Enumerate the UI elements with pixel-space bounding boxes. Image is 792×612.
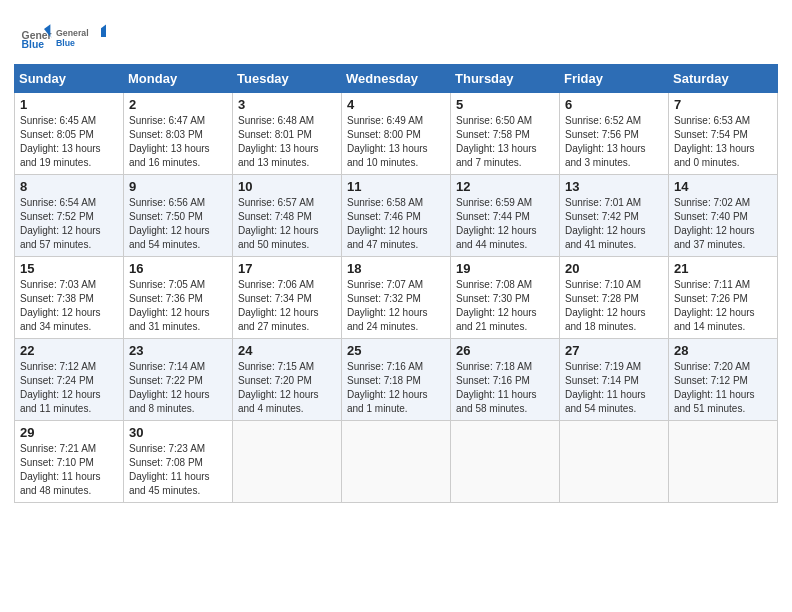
calendar-week-row: 1Sunrise: 6:45 AMSunset: 8:05 PMDaylight… — [15, 93, 778, 175]
day-number: 11 — [347, 179, 445, 194]
calendar-day-cell — [669, 421, 778, 503]
day-detail: Sunrise: 6:59 AMSunset: 7:44 PMDaylight:… — [456, 196, 554, 252]
day-detail: Sunrise: 7:02 AMSunset: 7:40 PMDaylight:… — [674, 196, 772, 252]
day-number: 10 — [238, 179, 336, 194]
day-number: 15 — [20, 261, 118, 276]
calendar-day-cell: 2Sunrise: 6:47 AMSunset: 8:03 PMDaylight… — [124, 93, 233, 175]
calendar-week-row: 22Sunrise: 7:12 AMSunset: 7:24 PMDayligh… — [15, 339, 778, 421]
day-detail: Sunrise: 6:54 AMSunset: 7:52 PMDaylight:… — [20, 196, 118, 252]
calendar-day-cell — [342, 421, 451, 503]
calendar-day-cell: 28Sunrise: 7:20 AMSunset: 7:12 PMDayligh… — [669, 339, 778, 421]
day-detail: Sunrise: 7:21 AMSunset: 7:10 PMDaylight:… — [20, 442, 118, 498]
day-detail: Sunrise: 6:52 AMSunset: 7:56 PMDaylight:… — [565, 114, 663, 170]
weekday-header: Thursday — [451, 65, 560, 93]
day-detail: Sunrise: 6:47 AMSunset: 8:03 PMDaylight:… — [129, 114, 227, 170]
calendar-day-cell: 4Sunrise: 6:49 AMSunset: 8:00 PMDaylight… — [342, 93, 451, 175]
calendar-day-cell: 7Sunrise: 6:53 AMSunset: 7:54 PMDaylight… — [669, 93, 778, 175]
day-number: 21 — [674, 261, 772, 276]
day-detail: Sunrise: 6:53 AMSunset: 7:54 PMDaylight:… — [674, 114, 772, 170]
calendar-day-cell: 12Sunrise: 6:59 AMSunset: 7:44 PMDayligh… — [451, 175, 560, 257]
calendar-day-cell: 20Sunrise: 7:10 AMSunset: 7:28 PMDayligh… — [560, 257, 669, 339]
weekday-header-row: SundayMondayTuesdayWednesdayThursdayFrid… — [15, 65, 778, 93]
weekday-header: Saturday — [669, 65, 778, 93]
day-number: 29 — [20, 425, 118, 440]
svg-text:General: General — [56, 28, 89, 38]
day-number: 1 — [20, 97, 118, 112]
logo-icon: General Blue — [20, 21, 52, 53]
day-number: 22 — [20, 343, 118, 358]
day-detail: Sunrise: 7:07 AMSunset: 7:32 PMDaylight:… — [347, 278, 445, 334]
calendar-day-cell: 27Sunrise: 7:19 AMSunset: 7:14 PMDayligh… — [560, 339, 669, 421]
day-detail: Sunrise: 7:08 AMSunset: 7:30 PMDaylight:… — [456, 278, 554, 334]
day-number: 18 — [347, 261, 445, 276]
day-number: 24 — [238, 343, 336, 358]
calendar-day-cell: 26Sunrise: 7:18 AMSunset: 7:16 PMDayligh… — [451, 339, 560, 421]
page-header: General Blue General Blue — [0, 0, 792, 64]
calendar-table: SundayMondayTuesdayWednesdayThursdayFrid… — [14, 64, 778, 503]
weekday-header: Monday — [124, 65, 233, 93]
day-number: 9 — [129, 179, 227, 194]
calendar-day-cell: 5Sunrise: 6:50 AMSunset: 7:58 PMDaylight… — [451, 93, 560, 175]
day-detail: Sunrise: 7:11 AMSunset: 7:26 PMDaylight:… — [674, 278, 772, 334]
calendar-day-cell: 22Sunrise: 7:12 AMSunset: 7:24 PMDayligh… — [15, 339, 124, 421]
day-number: 26 — [456, 343, 554, 358]
logo: General Blue General Blue — [20, 18, 106, 56]
calendar-day-cell — [233, 421, 342, 503]
day-detail: Sunrise: 7:16 AMSunset: 7:18 PMDaylight:… — [347, 360, 445, 416]
day-number: 4 — [347, 97, 445, 112]
day-detail: Sunrise: 7:20 AMSunset: 7:12 PMDaylight:… — [674, 360, 772, 416]
calendar-day-cell: 16Sunrise: 7:05 AMSunset: 7:36 PMDayligh… — [124, 257, 233, 339]
day-detail: Sunrise: 6:57 AMSunset: 7:48 PMDaylight:… — [238, 196, 336, 252]
day-number: 20 — [565, 261, 663, 276]
calendar-day-cell: 21Sunrise: 7:11 AMSunset: 7:26 PMDayligh… — [669, 257, 778, 339]
calendar-day-cell: 15Sunrise: 7:03 AMSunset: 7:38 PMDayligh… — [15, 257, 124, 339]
weekday-header: Wednesday — [342, 65, 451, 93]
logo-graphic: General Blue — [56, 18, 106, 56]
day-detail: Sunrise: 6:45 AMSunset: 8:05 PMDaylight:… — [20, 114, 118, 170]
day-number: 19 — [456, 261, 554, 276]
day-number: 16 — [129, 261, 227, 276]
calendar-day-cell: 10Sunrise: 6:57 AMSunset: 7:48 PMDayligh… — [233, 175, 342, 257]
day-detail: Sunrise: 6:58 AMSunset: 7:46 PMDaylight:… — [347, 196, 445, 252]
calendar-day-cell: 9Sunrise: 6:56 AMSunset: 7:50 PMDaylight… — [124, 175, 233, 257]
day-detail: Sunrise: 6:48 AMSunset: 8:01 PMDaylight:… — [238, 114, 336, 170]
day-detail: Sunrise: 7:14 AMSunset: 7:22 PMDaylight:… — [129, 360, 227, 416]
calendar-day-cell: 14Sunrise: 7:02 AMSunset: 7:40 PMDayligh… — [669, 175, 778, 257]
day-detail: Sunrise: 6:49 AMSunset: 8:00 PMDaylight:… — [347, 114, 445, 170]
day-number: 2 — [129, 97, 227, 112]
calendar-day-cell: 29Sunrise: 7:21 AMSunset: 7:10 PMDayligh… — [15, 421, 124, 503]
day-number: 27 — [565, 343, 663, 358]
day-number: 23 — [129, 343, 227, 358]
day-detail: Sunrise: 7:15 AMSunset: 7:20 PMDaylight:… — [238, 360, 336, 416]
calendar-day-cell: 17Sunrise: 7:06 AMSunset: 7:34 PMDayligh… — [233, 257, 342, 339]
day-number: 30 — [129, 425, 227, 440]
day-number: 8 — [20, 179, 118, 194]
day-detail: Sunrise: 6:56 AMSunset: 7:50 PMDaylight:… — [129, 196, 227, 252]
day-detail: Sunrise: 7:12 AMSunset: 7:24 PMDaylight:… — [20, 360, 118, 416]
calendar-day-cell: 18Sunrise: 7:07 AMSunset: 7:32 PMDayligh… — [342, 257, 451, 339]
day-number: 14 — [674, 179, 772, 194]
day-number: 6 — [565, 97, 663, 112]
day-number: 17 — [238, 261, 336, 276]
weekday-header: Tuesday — [233, 65, 342, 93]
weekday-header: Friday — [560, 65, 669, 93]
calendar-week-row: 8Sunrise: 6:54 AMSunset: 7:52 PMDaylight… — [15, 175, 778, 257]
weekday-header: Sunday — [15, 65, 124, 93]
day-detail: Sunrise: 7:19 AMSunset: 7:14 PMDaylight:… — [565, 360, 663, 416]
calendar-day-cell: 24Sunrise: 7:15 AMSunset: 7:20 PMDayligh… — [233, 339, 342, 421]
day-detail: Sunrise: 7:23 AMSunset: 7:08 PMDaylight:… — [129, 442, 227, 498]
day-detail: Sunrise: 7:01 AMSunset: 7:42 PMDaylight:… — [565, 196, 663, 252]
svg-text:Blue: Blue — [56, 38, 75, 48]
day-number: 5 — [456, 97, 554, 112]
svg-text:Blue: Blue — [22, 39, 45, 50]
day-detail: Sunrise: 7:18 AMSunset: 7:16 PMDaylight:… — [456, 360, 554, 416]
day-detail: Sunrise: 7:05 AMSunset: 7:36 PMDaylight:… — [129, 278, 227, 334]
calendar-day-cell: 23Sunrise: 7:14 AMSunset: 7:22 PMDayligh… — [124, 339, 233, 421]
calendar-day-cell: 30Sunrise: 7:23 AMSunset: 7:08 PMDayligh… — [124, 421, 233, 503]
calendar-day-cell: 25Sunrise: 7:16 AMSunset: 7:18 PMDayligh… — [342, 339, 451, 421]
day-number: 3 — [238, 97, 336, 112]
calendar-day-cell: 11Sunrise: 6:58 AMSunset: 7:46 PMDayligh… — [342, 175, 451, 257]
day-detail: Sunrise: 7:10 AMSunset: 7:28 PMDaylight:… — [565, 278, 663, 334]
day-detail: Sunrise: 6:50 AMSunset: 7:58 PMDaylight:… — [456, 114, 554, 170]
calendar-day-cell: 3Sunrise: 6:48 AMSunset: 8:01 PMDaylight… — [233, 93, 342, 175]
